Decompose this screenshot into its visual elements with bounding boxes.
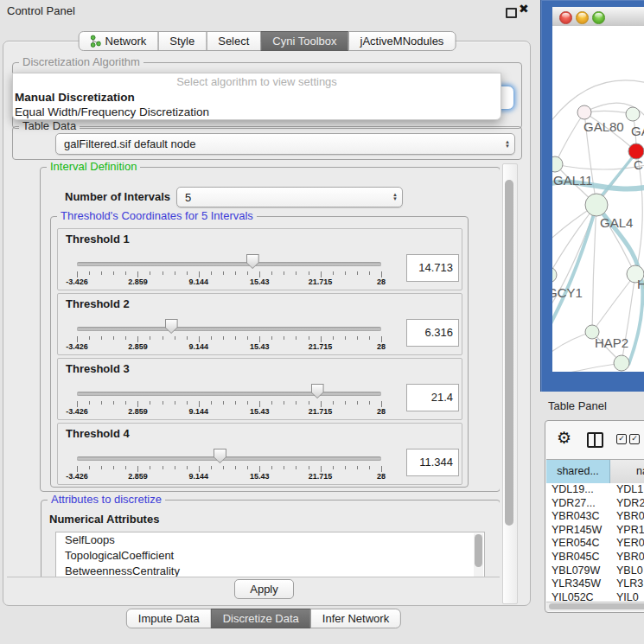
close-icon[interactable]: ✖ <box>519 2 529 16</box>
table-data-combobox[interactable]: galFiltered.sif default node ▲▼ <box>55 133 515 155</box>
split-columns-icon[interactable] <box>587 432 603 448</box>
slider-track[interactable] <box>77 456 381 461</box>
slider-tick <box>321 466 322 472</box>
vertical-scrollbar[interactable] <box>502 163 518 604</box>
table-panel-title: Table Panel <box>548 399 607 412</box>
slider-tick-label: -3.426 <box>66 342 88 351</box>
slider-tick <box>296 336 296 340</box>
attributes-list[interactable]: SelfLoopsTopologicalCoefficientBetweenne… <box>55 532 485 577</box>
network-edge[interactable] <box>628 285 642 365</box>
threshold-value-field[interactable]: 6.316 <box>406 319 459 347</box>
table-row[interactable]: YDL19...YDL1 <box>546 483 644 497</box>
threshold-slider[interactable]: -3.4262.8599.14415.4321.71528 <box>77 294 381 354</box>
tab-network[interactable]: Network <box>79 31 159 51</box>
table-row[interactable]: YIL052CYIL0 <box>546 591 644 601</box>
slider-handle[interactable] <box>311 384 324 399</box>
slider-tick-label: -3.426 <box>66 407 88 416</box>
checkbox-icon[interactable]: ✓ <box>616 434 627 444</box>
tab-discretize-data[interactable]: Discretize Data <box>211 609 311 628</box>
tab-select[interactable]: Select <box>206 31 261 51</box>
close-traffic-light-icon[interactable] <box>559 11 572 24</box>
tab-style[interactable]: Style <box>157 31 207 51</box>
threshold-value-field[interactable]: 11.344 <box>406 449 459 476</box>
column-header-name[interactable]: na <box>610 460 644 483</box>
tab-label: jActiveMNodules <box>360 35 444 48</box>
apply-button[interactable]: Apply <box>234 579 294 599</box>
network-edge[interactable] <box>552 363 622 372</box>
slider-tick <box>247 466 248 469</box>
network-window-titlebar[interactable] <box>552 7 644 27</box>
table-row[interactable]: YBL079WYBL0 <box>546 564 644 578</box>
attribute-list-item[interactable]: SelfLoops <box>56 532 484 548</box>
slider-track[interactable] <box>77 262 381 266</box>
node-gal4[interactable] <box>585 194 608 216</box>
slider-tick <box>163 271 163 275</box>
zoom-traffic-light-icon[interactable] <box>592 11 605 24</box>
node-bottom[interactable] <box>614 355 629 371</box>
slider-tick <box>125 336 126 340</box>
threshold-slider[interactable]: -3.4262.8599.14415.4321.71528 <box>77 229 381 290</box>
threshold-value-field[interactable]: 21.4 <box>406 384 459 411</box>
slider-tick-label: 21.715 <box>309 407 333 416</box>
network-window-frame[interactable]: GAL80GACGAL11GAL4GCY1HHAP2 <box>540 0 644 392</box>
attribute-list-item[interactable]: BetweennessCentrality <box>56 564 484 577</box>
slider-handle[interactable] <box>214 449 226 463</box>
threshold-slider[interactable]: -3.4262.8599.14415.4321.71528 <box>77 359 381 419</box>
tab-infer-network[interactable]: Infer Network <box>310 609 401 628</box>
table-row[interactable]: YBR043CYBR0 <box>546 510 644 524</box>
slider-tick <box>345 336 346 340</box>
slider-tick <box>296 401 296 405</box>
network-edge[interactable] <box>592 205 596 332</box>
slider-track[interactable] <box>77 327 381 331</box>
network-canvas[interactable]: GAL80GACGAL11GAL4GCY1HHAP2 <box>552 26 644 372</box>
popup-item-equal-width-frequency-discretization[interactable]: Equal Width/Frequency Discretization <box>13 105 501 119</box>
node-topright[interactable] <box>626 107 640 121</box>
column-header-shared-name[interactable]: shared... <box>546 460 610 483</box>
slider-tick <box>77 336 78 342</box>
tab-impute-data[interactable]: Impute Data <box>126 609 212 628</box>
node-gal80[interactable] <box>577 105 591 119</box>
threshold-value-field[interactable]: 14.713 <box>406 254 459 282</box>
popup-prompt-item[interactable]: Select algorithm to view settings <box>13 73 501 90</box>
list-scrollbar[interactable] <box>474 533 483 577</box>
horizontal-scrollbar[interactable] <box>546 602 644 611</box>
cell-name: YLR3 <box>609 577 644 591</box>
slider-tick <box>296 271 296 275</box>
checkbox-icon[interactable]: ✓ <box>629 434 640 444</box>
table-row[interactable]: YBR045CYBR0 <box>546 551 644 564</box>
network-edge[interactable] <box>555 112 584 164</box>
node-gcy1[interactable] <box>552 267 557 283</box>
network-edge[interactable] <box>555 164 644 169</box>
table-row[interactable]: YDR27...YDR2 <box>546 497 644 511</box>
minimize-traffic-light-icon[interactable] <box>576 11 589 24</box>
slider-tick <box>271 466 272 469</box>
slider-tick-label: 15.43 <box>250 277 270 286</box>
float-window-icon[interactable] <box>506 8 517 18</box>
slider-handle[interactable] <box>246 254 259 269</box>
tab-label: Discretize Data <box>223 612 299 625</box>
slider-tick <box>309 466 309 469</box>
network-edge[interactable] <box>637 158 642 266</box>
cell-name: YIL0 <box>609 591 644 601</box>
attribute-list-item[interactable]: TopologicalCoefficient <box>56 548 484 564</box>
gear-icon[interactable]: ⚙ <box>557 428 571 448</box>
network-edge[interactable] <box>592 274 635 332</box>
table-row[interactable]: YPR145WYPR1 <box>546 524 644 538</box>
tab-cyni-toolbox[interactable]: Cyni Toolbox <box>260 31 348 51</box>
node-label: GAL80 <box>583 119 624 134</box>
table-row[interactable]: YLR345WYLR3 <box>546 577 644 591</box>
slider-tick <box>211 336 212 340</box>
slider-tick <box>137 336 138 342</box>
slider-handle[interactable] <box>165 319 178 334</box>
node-gal11[interactable] <box>552 156 563 172</box>
threshold-slider[interactable]: -3.4262.8599.14415.4321.71528 <box>77 424 381 484</box>
popup-item-manual-discretization[interactable]: Manual Discretization <box>13 90 501 105</box>
number-of-intervals-combobox[interactable]: 5 ▲▼ <box>176 187 403 207</box>
tab-jactivemnodules[interactable]: jActiveMNodules <box>348 31 456 51</box>
slider-track[interactable] <box>77 392 381 396</box>
table-row[interactable]: YER054CYER0 <box>546 537 644 551</box>
network-edge[interactable] <box>552 205 596 275</box>
slider-tick <box>321 401 322 407</box>
network-edge[interactable] <box>552 205 596 334</box>
slider-tick <box>77 271 78 277</box>
